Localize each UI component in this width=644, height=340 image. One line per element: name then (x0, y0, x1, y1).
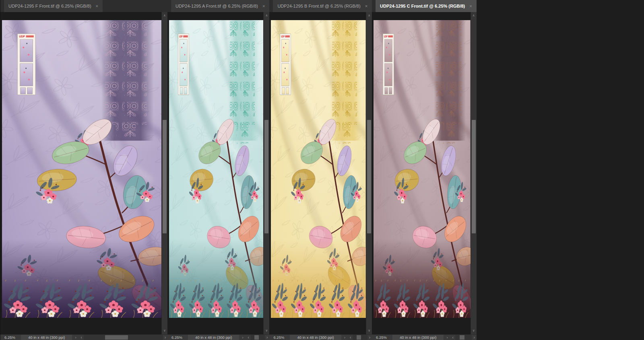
chevron-down-icon[interactable]: ∨ (264, 328, 269, 333)
chevron-down-icon[interactable]: ∨ (162, 328, 167, 333)
canvas-area: UDP (372, 12, 477, 334)
status-flyout-icon[interactable]: › (72, 335, 79, 340)
tab-title: UDP24-1295 C Front.tif @ 6.25% (RGB/8) (380, 4, 465, 8)
status-flyout-icon[interactable]: › (444, 335, 450, 340)
vertical-scrollbar[interactable]: ∧ ∨ (161, 12, 167, 334)
chevron-up-icon[interactable]: ∧ (471, 13, 477, 18)
chevron-left-icon[interactable]: ‹ (79, 335, 84, 340)
zoom-level[interactable]: 6.25% (167, 335, 188, 340)
tab-title: UDP24-1295 F Front.tif @ 6.25% (RGB/8) (8, 4, 91, 8)
fabric-design-artwork: UDP (374, 20, 471, 318)
tab-bar: UDP24-1295 B Front.tif @ 6.25% (RGB/8) × (269, 0, 372, 12)
status-bar: 6.25% 40 in x 48 in (300 ppi) › ‹ › (372, 334, 477, 340)
chevron-left-icon[interactable]: ‹ (348, 335, 353, 340)
vertical-scrollbar[interactable]: ∧ ∨ (471, 12, 477, 334)
tab-close-icon[interactable]: × (95, 4, 98, 8)
zoom-level[interactable]: 6.25% (0, 335, 21, 340)
chevron-right-icon[interactable]: › (367, 335, 372, 340)
tab-close-icon[interactable]: × (364, 4, 367, 8)
chevron-left-icon[interactable]: ‹ (246, 335, 251, 340)
status-bar: 6.25% 40 in x 48 in (300 ppi) › ‹ › (167, 334, 269, 340)
vertical-scrollbar-thumb[interactable] (472, 120, 476, 233)
document-canvas[interactable]: UDP (374, 20, 471, 318)
zoom-level[interactable]: 6.25% (269, 335, 290, 340)
vertical-scrollbar-thumb[interactable] (367, 120, 371, 233)
vertical-scrollbar[interactable]: ∧ ∨ (366, 12, 372, 334)
status-bar: 6.25% 40 in x 48 in (300 ppi) › ‹ › (0, 334, 167, 340)
svg-text:UDP: UDP (179, 35, 183, 38)
document-panel: UDP24-1295 F Front.tif @ 6.25% (RGB/8) × (0, 0, 167, 340)
horizontal-scrollbar[interactable] (84, 335, 163, 340)
horizontal-scrollbar[interactable] (353, 335, 367, 340)
vertical-scrollbar-thumb[interactable] (264, 120, 268, 233)
document-tab[interactable]: UDP24-1295 C Front.tif @ 6.25% (RGB/8) × (376, 0, 477, 12)
horizontal-scrollbar[interactable] (455, 335, 472, 340)
document-canvas[interactable]: UDP (271, 20, 366, 318)
document-canvas[interactable]: UDP (2, 20, 161, 318)
vertical-scrollbar-thumb[interactable] (163, 120, 167, 233)
status-flyout-icon[interactable]: › (341, 335, 348, 340)
fabric-design-artwork: UDP (2, 20, 161, 318)
fabric-design-artwork: UDP (271, 20, 366, 318)
document-info: 40 in x 48 in (300 ppi) (188, 335, 239, 340)
chevron-left-icon[interactable]: ‹ (451, 335, 455, 340)
tab-bar: UDP24-1295 A Front.tif @ 6.25% (RGB/8) × (167, 0, 269, 12)
document-tab[interactable]: UDP24-1295 A Front.tif @ 6.25% (RGB/8) × (171, 0, 269, 12)
chevron-down-icon[interactable]: ∨ (366, 328, 372, 333)
document-tab[interactable]: UDP24-1295 B Front.tif @ 6.25% (RGB/8) × (273, 0, 372, 12)
zoom-level[interactable]: 6.25% (372, 335, 392, 340)
document-panel: UDP24-1295 A Front.tif @ 6.25% (RGB/8) × (167, 0, 269, 340)
chevron-right-icon[interactable]: › (265, 335, 269, 340)
chevron-up-icon[interactable]: ∧ (162, 13, 167, 18)
svg-text:UDP: UDP (19, 35, 25, 38)
document-info: 40 in x 48 in (300 ppi) (21, 335, 72, 340)
document-tab[interactable]: UDP24-1295 F Front.tif @ 6.25% (RGB/8) × (4, 0, 103, 12)
tab-bar: UDP24-1295 C Front.tif @ 6.25% (RGB/8) × (372, 0, 477, 12)
horizontal-scrollbar-thumb[interactable] (105, 335, 128, 340)
fabric-design-artwork: UDP (169, 20, 263, 318)
canvas-area: UDP (167, 12, 269, 334)
horizontal-scrollbar[interactable] (251, 335, 265, 340)
horizontal-scrollbar-thumb[interactable] (357, 335, 361, 340)
document-panel: UDP24-1295 C Front.tif @ 6.25% (RGB/8) × (372, 0, 477, 340)
canvas-area: UDP (0, 12, 167, 334)
chevron-down-icon[interactable]: ∨ (471, 328, 477, 333)
document-info: 40 in x 48 in (300 ppi) (392, 335, 444, 340)
document-canvas[interactable]: UDP (169, 20, 263, 318)
chevron-up-icon[interactable]: ∧ (366, 13, 372, 18)
status-bar: 6.25% 40 in x 48 in (300 ppi) › ‹ › (269, 334, 372, 340)
tab-close-icon[interactable]: × (262, 4, 265, 8)
horizontal-scrollbar-thumb[interactable] (254, 335, 258, 340)
vertical-scrollbar[interactable]: ∧ ∨ (263, 12, 269, 334)
tab-title: UDP24-1295 B Front.tif @ 6.25% (RGB/8) (277, 4, 360, 8)
tab-close-icon[interactable]: × (469, 4, 472, 8)
horizontal-scrollbar-thumb[interactable] (460, 335, 464, 340)
chevron-up-icon[interactable]: ∧ (264, 13, 269, 18)
chevron-right-icon[interactable]: › (472, 335, 476, 340)
canvas-area: UDP (269, 12, 372, 334)
document-info: 40 in x 48 in (300 ppi) (290, 335, 341, 340)
status-flyout-icon[interactable]: › (239, 335, 246, 340)
tab-title: UDP24-1295 A Front.tif @ 6.25% (RGB/8) (175, 4, 258, 8)
chevron-right-icon[interactable]: › (163, 335, 167, 340)
document-panel: UDP24-1295 B Front.tif @ 6.25% (RGB/8) × (269, 0, 372, 340)
svg-text:UDP: UDP (281, 35, 285, 38)
tab-bar: UDP24-1295 F Front.tif @ 6.25% (RGB/8) × (0, 0, 167, 12)
svg-text:UDP: UDP (384, 35, 388, 38)
